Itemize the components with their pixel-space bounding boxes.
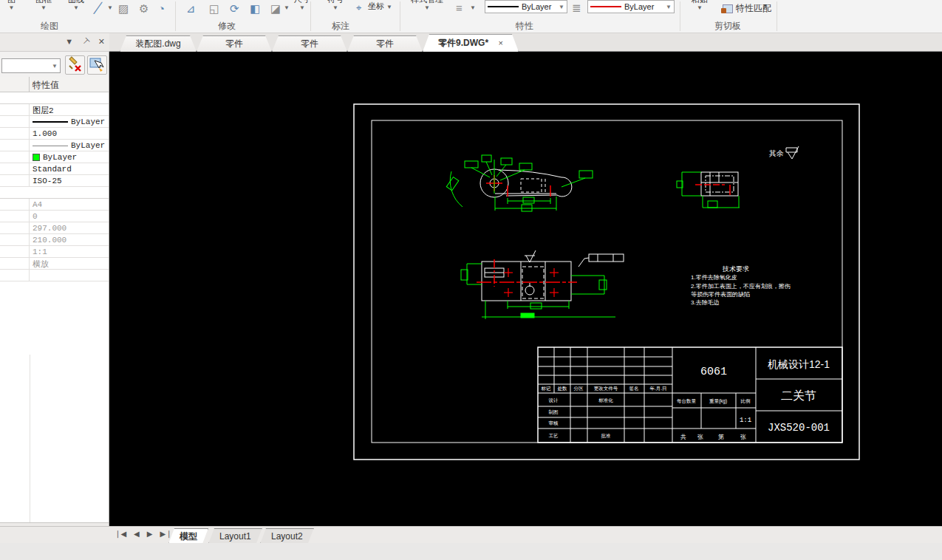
grid-header: 特性值	[0, 77, 109, 92]
draw-button-1-label: 图	[7, 0, 16, 4]
color-combobox[interactable]: ByLayer ▼	[485, 0, 567, 13]
box-icon[interactable]: ◧	[250, 2, 260, 16]
properties-grid: 特性值 图层2 ByLayer 1.000 ByLayer ByLayer St…	[0, 77, 109, 549]
chevron-down-icon[interactable]: ▼	[424, 5, 430, 11]
toggle-pickadd-button[interactable]	[65, 55, 85, 75]
property-row-text-style[interactable]: Standard	[0, 163, 109, 175]
match-properties-button[interactable]: 特性匹配	[723, 2, 771, 15]
property-row-dim-style[interactable]: ISO-25	[0, 175, 109, 187]
chevron-down-icon[interactable]: ▼	[41, 5, 47, 11]
chevron-down-icon[interactable]: ▼	[52, 63, 58, 69]
chevron-down-icon[interactable]: ▼	[299, 5, 305, 11]
hatch-icon[interactable]: ▨	[118, 2, 129, 16]
doc-tab-part12[interactable]: 零件12.DWG	[197, 35, 272, 52]
property-row-color[interactable]: ByLayer	[0, 151, 109, 163]
drawing-canvas[interactable]: 其余	[109, 52, 942, 526]
chevron-down-icon[interactable]: ▼	[697, 5, 703, 11]
chevron-down-icon[interactable]: ▼	[284, 4, 290, 11]
paste-button[interactable]: 粘贴 ▼	[692, 0, 708, 11]
chevron-down-icon[interactable]: ▼	[9, 5, 15, 11]
doc-tab-part11[interactable]: 零件11.DWG	[272, 35, 347, 52]
layout-tab-bar: ❘◀ ◀ ▶ ▶❘ 模型 Layout1 Layout2	[0, 526, 942, 543]
trim-icon[interactable]: ◱	[209, 2, 219, 16]
next-tab-icon[interactable]: ▶	[147, 530, 153, 538]
chevron-down-icon[interactable]: ▼	[73, 5, 79, 11]
property-row-width[interactable]: 297.000	[0, 222, 109, 234]
ribbon-symbol-button[interactable]: 符号 ▼	[327, 0, 344, 11]
svg-text:其余: 其余	[769, 149, 784, 157]
ribbon-dim-button[interactable]: 尺寸 ▼	[294, 0, 310, 11]
rotate-icon[interactable]: ⟳	[230, 2, 239, 16]
close-icon[interactable]: ×	[498, 38, 502, 47]
ribbon-draw-button-3[interactable]: 曲线 ▼	[68, 0, 84, 11]
svg-text:比例: 比例	[741, 398, 751, 404]
property-row-linetype[interactable]: ByLayer	[0, 116, 109, 128]
property-row-rotation[interactable]: 0	[0, 211, 109, 222]
line-icon[interactable]: ╱	[94, 1, 102, 15]
property-row-orientation[interactable]: 横放	[0, 258, 109, 270]
svg-text:审核: 审核	[549, 420, 559, 426]
linetype-icon[interactable]: ≣	[572, 1, 581, 15]
properties-panel-toolbar: ▼	[0, 52, 109, 77]
chevron-down-icon[interactable]: ▼	[65, 37, 73, 47]
ribbon-draw-button-2[interactable]: 图框 ▼	[35, 0, 52, 11]
properties-panel: ▼ 特性值 图层2 ByLayer	[0, 52, 109, 526]
doc-tab-label: 装配图.dwg	[135, 38, 180, 49]
drawing-number-text: JXS520-001	[768, 422, 830, 434]
first-tab-icon[interactable]: ❘◀	[115, 530, 126, 538]
svg-text:更改文件号: 更改文件号	[594, 386, 618, 392]
svg-text:张: 张	[740, 434, 746, 440]
svg-text:签名: 签名	[629, 386, 639, 392]
prev-tab-icon[interactable]: ◀	[134, 530, 140, 538]
quick-select-icon	[88, 56, 106, 74]
linetype-combobox[interactable]: ByLayer ▼	[587, 0, 675, 13]
quick-select-button[interactable]	[87, 55, 107, 75]
ribbon-coordinate-button[interactable]: 坐标 ▼	[368, 1, 392, 10]
coordinate-icon[interactable]: ⌖	[356, 2, 361, 14]
chevron-down-icon[interactable]: ▼	[470, 4, 476, 11]
tab-model[interactable]: 模型	[168, 528, 208, 544]
svg-text:等损伤零件表面的缺陷: 等损伤零件表面的缺陷	[691, 291, 750, 298]
doc-tab-part10[interactable]: 零件10.DWG	[347, 35, 423, 52]
tab-layout2[interactable]: Layout2	[260, 528, 314, 544]
view-block[interactable]	[677, 172, 740, 208]
property-row-linetype-scale[interactable]: 1.000	[0, 128, 109, 140]
pin-icon[interactable]: ⊤	[80, 36, 92, 48]
svg-text:年.月.日: 年.月.日	[649, 386, 666, 392]
doc-tab-assembly[interactable]: 装配图.dwg	[120, 35, 197, 52]
title-block[interactable]: 标记 处数 分区 更改文件号 签名 年.月.日 设计 制图 审核 工艺 标准化 …	[538, 347, 842, 443]
chevron-down-icon[interactable]: ▼	[107, 4, 113, 11]
ribbon: 图 ▼ 图框 ▼ 曲线 ▼ ╱ ▼ ▨ ⚙ ◔ ⊿ ◱ ⟳ ◧ ◪ ▼ 尺寸 ▼…	[0, 0, 942, 33]
view-lever[interactable]	[446, 155, 593, 211]
view-plate[interactable]	[461, 250, 624, 319]
tab-layout1[interactable]: Layout1	[208, 528, 262, 544]
color-swatch	[33, 154, 40, 161]
linetype-combo-value: ByLayer	[624, 2, 654, 11]
property-row-layer[interactable]: 图层2	[0, 104, 109, 116]
ribbon-draw-button-1[interactable]: 图 ▼	[7, 0, 16, 11]
cad-drawing[interactable]: 其余	[109, 52, 942, 526]
ribbon-style-manager-button[interactable]: 样式管理 ▼	[411, 0, 443, 11]
selection-combobox[interactable]: ▼	[1, 58, 61, 73]
erase-icon[interactable]: ◪	[270, 2, 281, 16]
chevron-down-icon[interactable]: ▼	[559, 4, 564, 10]
chevron-down-icon[interactable]: ▼	[386, 4, 392, 10]
close-icon[interactable]: ✕	[98, 37, 105, 47]
doc-tab-part9-active[interactable]: 零件9.DWG* ×	[423, 34, 519, 52]
property-row-scale[interactable]: 1:1	[0, 246, 109, 258]
svg-text:共: 共	[680, 434, 686, 440]
coordinate-button-label: 坐标	[368, 1, 384, 10]
property-row-paper-size[interactable]: A4	[0, 199, 109, 211]
lineweight-icon[interactable]: ≡	[456, 1, 463, 14]
group-separator	[400, 1, 400, 31]
last-tab-icon[interactable]: ▶❘	[160, 530, 171, 538]
chevron-down-icon[interactable]: ▼	[332, 5, 338, 11]
offset-icon[interactable]: ⊿	[186, 2, 196, 16]
course-text: 机械设计12-1	[768, 358, 830, 370]
svg-text:2.零件加工表面上，不应有划痕，擦伤: 2.零件加工表面上，不应有划痕，擦伤	[691, 283, 791, 290]
property-row-height[interactable]: 210.000	[0, 234, 109, 246]
gear-icon[interactable]: ⚙	[139, 2, 149, 16]
property-row-lineweight[interactable]: ByLayer	[0, 140, 109, 151]
pie-icon[interactable]: ◔	[158, 2, 165, 15]
chevron-down-icon[interactable]: ▼	[666, 4, 672, 10]
